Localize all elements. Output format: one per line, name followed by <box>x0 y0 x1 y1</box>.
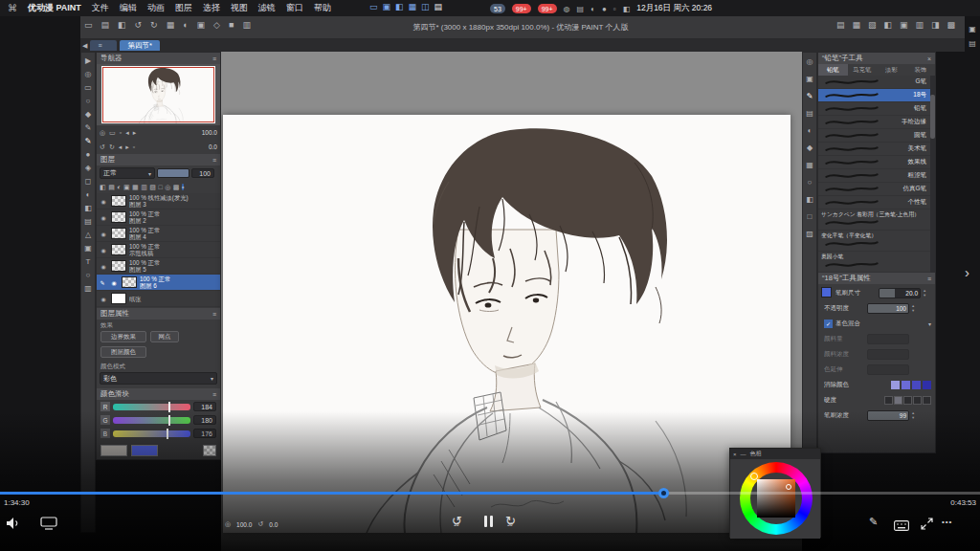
color-wheel-minimize-icon[interactable]: — <box>741 452 746 457</box>
shortcut-button[interactable] <box>894 518 909 535</box>
rotate-left-icon[interactable]: ↺ <box>100 143 105 151</box>
brush-list-scrollbar[interactable] <box>930 76 935 273</box>
brush-size-spinner[interactable]: ▴▾ <box>924 289 925 298</box>
hand-tool-status-icon[interactable]: ▤ <box>434 2 443 11</box>
timeline-panel-icon[interactable]: □ <box>808 212 813 221</box>
menu-filter[interactable]: 滤镜 <box>258 2 276 14</box>
magnifier-tool[interactable]: ◎ <box>807 57 813 66</box>
layer-name[interactable]: 图层 5 <box>129 266 160 273</box>
brush-row[interactable]: 奥园小笔 <box>818 252 935 273</box>
workspace-icon-5[interactable]: ▣ <box>900 20 908 30</box>
layer-row-paper[interactable]: ◉ 纸张 <box>97 291 220 307</box>
menu-layer[interactable]: 图层 <box>175 2 192 14</box>
pause-button[interactable] <box>484 516 493 527</box>
hardness-level-2[interactable] <box>894 396 902 405</box>
canvas[interactable] <box>223 115 791 533</box>
new-folder-icon[interactable]: ▤ <box>108 184 115 191</box>
grid-status-icon[interactable]: ▦ <box>409 2 417 11</box>
subtool-tab-pencil[interactable]: 铅笔 <box>818 64 848 76</box>
layer-property-menu-icon[interactable]: ≡ <box>212 311 216 318</box>
menu-animation[interactable]: 动画 <box>147 2 165 14</box>
tone-effect-button[interactable]: 网点 <box>150 331 179 342</box>
draft-layer-icon[interactable]: □ <box>158 184 162 190</box>
material-panel-icon[interactable]: ▤ <box>806 109 813 118</box>
brush-row[interactable]: 个性笔 <box>818 196 935 209</box>
cast-button[interactable] <box>40 517 57 534</box>
tab-scroll-back-icon[interactable]: ◀ <box>82 42 87 50</box>
brush-row[interactable]: 手绘边缘 <box>818 116 935 129</box>
transform-status-icon[interactable]: ▣ <box>383 2 391 11</box>
rewind-10-button[interactable]: ↺10 <box>452 514 467 528</box>
layer-name[interactable]: 图层 3 <box>129 201 189 208</box>
red-slider[interactable] <box>113 404 190 410</box>
save-icon[interactable]: ▤ <box>101 20 110 30</box>
menu-edit[interactable]: 编辑 <box>120 2 137 14</box>
blend-tool[interactable]: ◐ <box>86 190 91 199</box>
rotate-inc-icon[interactable]: ▸ <box>125 143 129 151</box>
status-zoom-value[interactable]: 100.0 <box>236 521 252 528</box>
undo-icon[interactable]: ↺ <box>135 20 143 30</box>
auto-action-panel-icon[interactable]: ◧ <box>806 195 813 204</box>
workspace-icon-2[interactable]: ▦ <box>852 20 860 30</box>
export-icon[interactable]: ◧ <box>118 20 126 30</box>
hardness-level-3[interactable] <box>903 396 912 405</box>
erase-option-2[interactable] <box>902 381 910 389</box>
brush-row[interactable]: 美术笔 <box>818 143 935 156</box>
workspace-icon-1[interactable]: ▤ <box>836 20 845 30</box>
color-wheel-close-icon[interactable]: × <box>733 452 737 457</box>
green-value[interactable]: 180 <box>193 415 216 425</box>
paper-thumbnail[interactable] <box>111 293 126 304</box>
transparent-color-swatch[interactable] <box>203 445 216 456</box>
keyboard-status-icon[interactable]: ▤ <box>577 5 585 13</box>
info-panel-icon[interactable]: ○ <box>808 178 813 187</box>
hardness-level-1[interactable] <box>884 396 893 405</box>
opacity-slider[interactable]: 100 <box>867 303 909 314</box>
hardness-level-4[interactable] <box>913 396 922 405</box>
layer-opacity-slider[interactable] <box>157 168 189 178</box>
subtool-tab-decoration[interactable]: 装饰 <box>906 64 936 76</box>
fill-tool[interactable]: ◧ <box>84 204 92 212</box>
text-tool[interactable]: T <box>86 257 91 266</box>
layer-name[interactable]: 图层 6 <box>140 282 170 289</box>
mix-checkbox[interactable]: ✓ <box>824 320 833 328</box>
navigator-angle-value[interactable]: 0.0 <box>209 143 217 150</box>
rotate-dec-icon[interactable]: ◂ <box>119 143 122 151</box>
brush-density-spinner[interactable]: ▴▾ <box>912 411 914 420</box>
sv-marker[interactable] <box>786 484 791 490</box>
layer-name[interactable]: 图层 2 <box>129 217 160 224</box>
menu-select[interactable]: 选择 <box>203 2 220 14</box>
brush-row[interactable]: 效果线 <box>818 156 935 169</box>
brush-row[interactable]: 铅笔 <box>818 102 935 116</box>
figure-tool[interactable]: △ <box>85 231 91 239</box>
layer-row-selected[interactable]: ✎ ◉ 100 % 正常图层 6 <box>97 275 220 291</box>
brush-row-selected[interactable]: 18号 <box>818 89 935 102</box>
layer-visibility-eye-icon[interactable]: ◉ <box>99 198 108 205</box>
history-panel-icon[interactable]: ◐ <box>808 126 813 135</box>
border-effect-button[interactable]: 边界效果 <box>100 331 146 342</box>
zoom-inc-icon[interactable]: ▸ <box>133 129 137 137</box>
erase-option-3[interactable] <box>912 381 921 389</box>
new-layer-icon[interactable]: ◧ <box>100 184 106 191</box>
balloon-tool[interactable]: ○ <box>86 271 91 279</box>
layer-visibility-eye-icon[interactable]: ◉ <box>99 247 108 253</box>
clip-layer-icon[interactable]: ◐ <box>117 184 121 190</box>
brush-row[interactable]: 圆笔 <box>818 129 935 143</box>
green-slider[interactable] <box>113 417 190 424</box>
layer-row[interactable]: ◉ 100 % 正常图层 4 <box>97 226 220 242</box>
bluetooth-icon[interactable]: ◐ <box>590 5 595 13</box>
more-options-button[interactable]: ••• <box>942 518 952 526</box>
gradient-tool[interactable]: ▤ <box>84 217 92 226</box>
layer-opacity-value[interactable]: 100 <box>191 168 214 178</box>
airbrush-tool[interactable]: ● <box>86 150 91 159</box>
set-ref-layer-icon[interactable]: ▨ <box>149 184 156 191</box>
workspace-icon-6[interactable]: ▥ <box>915 20 924 30</box>
preview-panel-icon[interactable]: ▨ <box>806 230 813 238</box>
workspace-icon-4[interactable]: ◧ <box>883 20 892 30</box>
lock-layer-icon[interactable]: ▦ <box>132 184 139 191</box>
control-center-icon[interactable]: ◧ <box>623 5 631 13</box>
layers-menu-icon[interactable]: ≡ <box>212 157 216 164</box>
message-notification-badge[interactable]: 99+ <box>538 4 557 13</box>
menu-window[interactable]: 窗口 <box>286 2 303 14</box>
brush-density-slider[interactable]: 99 <box>867 410 909 421</box>
layer-row[interactable]: ◉ 100 % 正常示范线稿 <box>97 242 220 258</box>
